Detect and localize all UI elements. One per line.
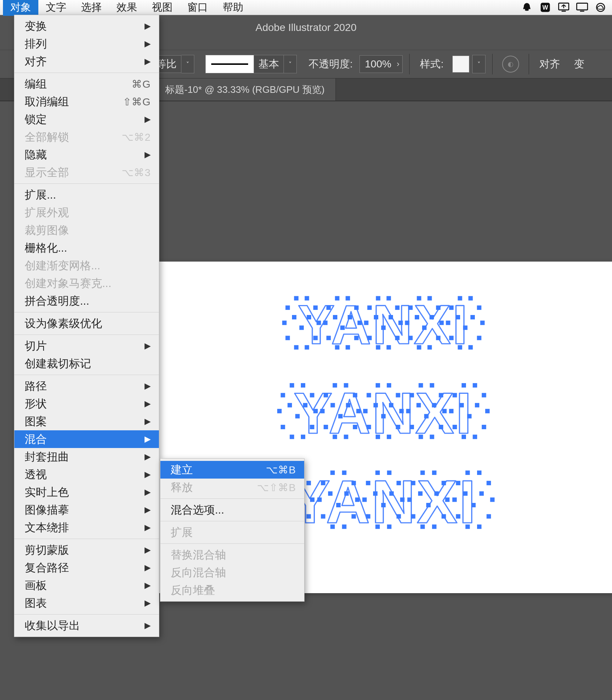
svg-rect-3: [561, 11, 566, 12]
menu-item[interactable]: 栅格化...: [14, 239, 159, 257]
menu-item: 释放⌥⇧⌘B: [160, 479, 304, 496]
menu-item[interactable]: 创建裁切标记: [14, 355, 159, 372]
menu-item[interactable]: 画板▶: [14, 577, 159, 594]
menubar-item[interactable]: 效果: [109, 0, 145, 16]
menu-item[interactable]: 编组⌘G: [14, 75, 159, 93]
chevron-right-icon: ▶: [145, 57, 151, 66]
menu-item-label: 路径: [25, 379, 47, 394]
menu-item: 扩展: [160, 524, 304, 541]
menu-item[interactable]: 混合选项...: [160, 501, 304, 519]
menu-item[interactable]: 收集以导出▶: [14, 617, 159, 634]
macos-menubar: 对象文字选择效果视图窗口帮助 W: [0, 0, 612, 15]
recolor-artwork-icon[interactable]: ◐: [502, 56, 519, 73]
menu-item[interactable]: 文本绕排▶: [14, 519, 159, 536]
blend-submenu[interactable]: 建立⌥⌘B释放⌥⇧⌘B混合选项...扩展替换混合轴反向混合轴反向堆叠: [160, 458, 305, 602]
chevron-right-icon: ▶: [145, 621, 151, 630]
menu-item[interactable]: 设为像素级优化: [14, 315, 159, 332]
chevron-right-icon: ▶: [145, 598, 151, 608]
document-tab-label: 标题-10* @ 33.33% (RGB/GPU 预览): [165, 83, 324, 96]
qq-icon[interactable]: [521, 1, 533, 14]
chevron-right-icon: ▶: [145, 452, 151, 462]
menu-item[interactable]: 封套扭曲▶: [14, 448, 159, 466]
menu-item[interactable]: 切片▶: [14, 337, 159, 355]
menubar-item[interactable]: 视图: [145, 0, 180, 16]
menu-item[interactable]: 扩展...: [14, 186, 159, 204]
menu-item[interactable]: 取消编组⇧⌘G: [14, 93, 159, 111]
chevron-right-icon: ▶: [145, 523, 151, 532]
menu-item[interactable]: 形状▶: [14, 395, 159, 413]
menu-item-label: 替换混合轴: [171, 547, 226, 563]
chevron-right-icon: ▶: [145, 545, 151, 555]
menu-item[interactable]: 排列▶: [14, 35, 159, 53]
menu-item-shortcut: ⌘G: [132, 78, 151, 90]
align-label[interactable]: 对齐: [536, 57, 564, 71]
menu-item-label: 复合路径: [25, 560, 69, 575]
divider: [529, 54, 529, 74]
divider: [492, 54, 493, 74]
chevron-right-icon: ▶: [145, 399, 151, 409]
menu-item[interactable]: 实时上色▶: [14, 483, 159, 501]
menu-item[interactable]: 锁定▶: [14, 111, 159, 128]
menu-item: 反向混合轴: [160, 564, 304, 581]
menu-item[interactable]: 对齐▶: [14, 53, 159, 70]
menu-item[interactable]: 图案▶: [14, 413, 159, 430]
chevron-down-icon[interactable]: ˅: [472, 55, 486, 73]
menu-item-label: 设为像素级优化: [25, 316, 102, 331]
menu-item-label: 隐藏: [25, 147, 47, 162]
menu-item-shortcut: ⌥⌘3: [122, 167, 151, 179]
menu-item-shortcut: ⌥⌘2: [122, 131, 151, 143]
opacity-label: 不透明度:: [305, 57, 357, 71]
menubar-item[interactable]: 窗口: [180, 0, 215, 16]
menubar-item[interactable]: 对象: [3, 0, 38, 16]
chevron-right-icon: ▶: [145, 381, 151, 391]
stroke-preview: [205, 55, 254, 73]
menu-item-shortcut: ⌥⌘B: [266, 464, 296, 476]
style-swatch[interactable]: [452, 56, 469, 73]
chevron-right-icon: ▶: [145, 341, 151, 351]
menu-item[interactable]: 路径▶: [14, 377, 159, 395]
chevron-right-icon: ▶: [145, 505, 151, 515]
menubar-item[interactable]: 选择: [74, 0, 109, 16]
stroke-style-label: 基本: [254, 55, 284, 73]
macos-status-icons: W: [521, 1, 609, 14]
menu-item[interactable]: 透视▶: [14, 466, 159, 483]
style-label: 样式:: [416, 57, 447, 71]
chevron-right-icon: ▶: [145, 417, 151, 426]
menu-item[interactable]: 剪切蒙版▶: [14, 541, 159, 559]
creative-cloud-icon[interactable]: [594, 1, 607, 14]
menu-item-label: 混合: [25, 432, 47, 447]
chevron-right-icon: ▶: [145, 21, 151, 31]
menubar-item[interactable]: 文字: [38, 0, 74, 16]
menu-item-label: 收集以导出: [25, 618, 80, 633]
chevron-right-icon: ▶: [145, 563, 151, 573]
menu-item: 创建渐变网格...: [14, 257, 159, 274]
transform-label[interactable]: 变: [570, 57, 588, 71]
chevron-down-icon: ˅: [181, 55, 194, 73]
menu-item[interactable]: 拼合透明度...: [14, 292, 159, 310]
document-tab[interactable]: 标题-10* @ 33.33% (RGB/GPU 预览): [154, 78, 336, 101]
menu-item-label: 栅格化...: [25, 241, 67, 256]
menu-item: 扩展外观: [14, 204, 159, 221]
menu-item[interactable]: 图表▶: [14, 594, 159, 612]
menu-item[interactable]: 变换▶: [14, 17, 159, 35]
menu-item-label: 封套扭曲: [25, 449, 69, 465]
menu-item[interactable]: 图像描摹▶: [14, 501, 159, 519]
chevron-right-icon: ▶: [145, 115, 151, 124]
menu-item-label: 反向堆叠: [171, 583, 215, 598]
wps-icon[interactable]: W: [539, 1, 552, 14]
menubar-item[interactable]: 帮助: [215, 0, 251, 16]
menu-item: 全部解锁⌥⌘2: [14, 128, 159, 146]
stroke-style-dropdown[interactable]: 基本 ˅: [205, 55, 297, 73]
display-icon[interactable]: [576, 1, 588, 14]
screen-share-icon[interactable]: [557, 1, 570, 14]
menu-item-label: 扩展外观: [25, 205, 69, 220]
app-title: Adobe Illustrator 2020: [255, 22, 357, 34]
menu-item[interactable]: 建立⌥⌘B: [160, 461, 304, 479]
menu-item[interactable]: 隐藏▶: [14, 146, 159, 164]
menu-item[interactable]: 复合路径▶: [14, 559, 159, 577]
chevron-right-icon: ▶: [145, 470, 151, 479]
object-menu[interactable]: 变换▶排列▶对齐▶编组⌘G取消编组⇧⌘G锁定▶全部解锁⌥⌘2隐藏▶显示全部⌥⌘3…: [14, 15, 159, 637]
menu-item-label: 裁剪图像: [25, 223, 69, 238]
opacity-input[interactable]: 100%: [359, 55, 403, 73]
menu-item[interactable]: 混合▶: [14, 430, 159, 448]
